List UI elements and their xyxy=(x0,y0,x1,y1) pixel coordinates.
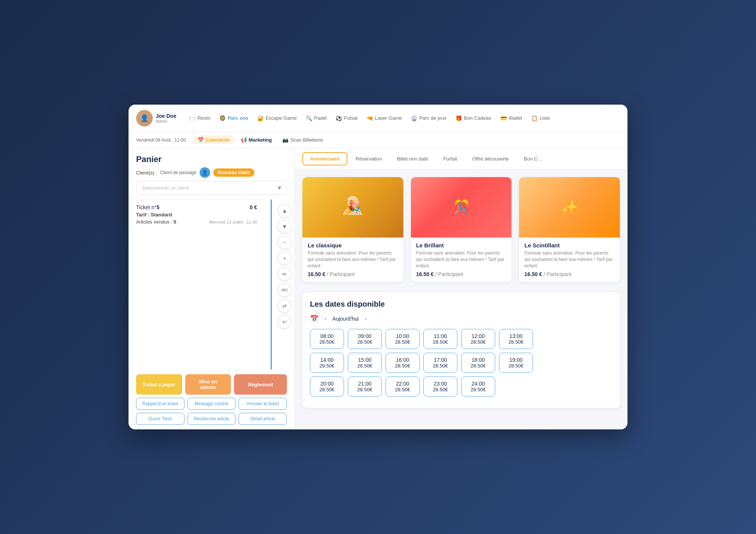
tab-bon[interactable]: Bon C… xyxy=(517,153,549,165)
scroll-down-button[interactable]: ▼ xyxy=(278,220,291,233)
back-button[interactable]: ↩ xyxy=(278,315,291,329)
time-slot-1100[interactable]: 11:00 28.50€ xyxy=(423,329,457,349)
ticket-articles-row: Articles vendus : 0 Mercredi 13 Juillet … xyxy=(136,219,257,225)
time-slot-0900[interactable]: 09:00 28.50€ xyxy=(348,329,382,349)
offer-brillant-title: Le Brillant xyxy=(416,242,507,248)
offers-row: 🎉 Le classique Formule sans animation. P… xyxy=(302,177,620,282)
time-slot-1600[interactable]: 16:00 28.50€ xyxy=(386,353,420,373)
time-slot-2300[interactable]: 23:00 28.50€ xyxy=(423,377,457,397)
reglement-button[interactable]: Règlement xyxy=(234,374,287,395)
time-slot-1300[interactable]: 13:00 28.50€ xyxy=(499,329,533,349)
right-panel: Anniversaire Réservation Billet non daté… xyxy=(295,148,627,429)
parc-jeux-icon: 🎡 xyxy=(411,115,417,121)
tab-forfait[interactable]: Forfait xyxy=(437,153,464,165)
ticket-number: Ticket n°5 xyxy=(136,204,160,210)
time-slot-2400[interactable]: 24:00 28.50€ xyxy=(461,377,495,397)
time-slot-2100[interactable]: 21:00 28.50€ xyxy=(348,377,382,397)
plus-button[interactable]: + xyxy=(278,252,291,265)
nav-scan-billetterie[interactable]: 📷 Scan Billetterie xyxy=(278,136,328,144)
time-slot-2200[interactable]: 22:00 28.50€ xyxy=(386,377,420,397)
time-slot-1200[interactable]: 12:00 28.50€ xyxy=(461,329,495,349)
offer-scintillant-title: Le Scintillant xyxy=(524,242,615,248)
next-date-button[interactable]: › xyxy=(365,315,367,322)
niv-button[interactable]: NIV xyxy=(278,283,291,297)
nav-item-futsal[interactable]: ⚽ Futsal xyxy=(332,113,361,123)
marketing-icon: 📢 xyxy=(241,137,247,143)
tabs-bar: Anniversaire Réservation Billet non daté… xyxy=(295,148,627,170)
ticket-actions-area: Ticket n°5 0 € Tarif : Standard Articles… xyxy=(129,199,294,370)
nouveau-client-button[interactable]: Nouveau client xyxy=(213,168,254,177)
mise-en-attente-button[interactable]: Mise en attente xyxy=(185,374,231,395)
nav-item-resto[interactable]: 🍽️ Resto xyxy=(185,113,214,123)
nav-calendrier[interactable]: 📅 Calendrier xyxy=(193,136,234,144)
time-slot-1400[interactable]: 14:00 28.50€ xyxy=(310,353,344,373)
ticket-payer-button[interactable]: Ticket a payer xyxy=(136,374,182,395)
offer-card-classique-img: 🎉 xyxy=(302,177,403,238)
time-slots-row-2: 14:00 28.50€ 15:00 28.50€ 16:00 28.50€ xyxy=(310,353,612,373)
offer-scintillant-price: 16.50 € / Participant xyxy=(524,271,615,277)
time-slot-1800[interactable]: 18:00 28.50€ xyxy=(461,353,495,373)
client-label: Client(s) : Client de passage 👤 Nouveau … xyxy=(136,167,287,178)
ticket-articles: Articles vendus : 0 xyxy=(136,219,176,225)
message-cuisine-button[interactable]: Message cuisine xyxy=(187,398,236,410)
scroll-up-button[interactable]: ▲ xyxy=(278,204,291,218)
offer-classique-title: Le classique xyxy=(308,242,398,248)
rappel-ticket-button[interactable]: Rappel d'un ticket xyxy=(136,398,184,410)
nav-item-parc-zoo[interactable]: 🦁 Parc zoo xyxy=(215,113,252,123)
time-slot-1700[interactable]: 17:00 28.50€ xyxy=(423,353,457,373)
offer-card-classique[interactable]: 🎉 Le classique Formule sans animation. P… xyxy=(302,177,403,282)
nav-item-liste[interactable]: 📋 Liste xyxy=(527,113,553,123)
ouvrir-tiroir-button[interactable]: Ouvrir Tiroir xyxy=(136,413,184,425)
time-slot-0800[interactable]: 08:00 28.50€ xyxy=(310,329,344,349)
offer-classique-price: 16.50 € / Participant xyxy=(308,271,398,277)
annuler-ticket-button[interactable]: Annuler le ticket xyxy=(239,398,287,410)
tab-billet-non-date[interactable]: Billet non daté xyxy=(390,153,435,165)
vertical-divider xyxy=(271,199,272,370)
tab-offre-decouverte[interactable]: Offre découverte xyxy=(465,153,516,165)
user-role: Admin xyxy=(156,119,176,123)
recherche-article-button[interactable]: Recherche article xyxy=(187,413,236,425)
offer-card-scintillant-body: Le Scintillant Formule sans animation. P… xyxy=(519,238,620,282)
offer-brillant-desc: Formule sans animation. Pour les parents… xyxy=(416,250,507,269)
nav-item-escape-game[interactable]: 🔐 Escape Game xyxy=(254,113,301,123)
ticket-date: Mercredi 13 Juillet - 11:30 xyxy=(209,220,257,224)
nav-item-padel[interactable]: 🔍 Padel xyxy=(302,113,330,123)
offer-card-brillant[interactable]: 🎊 Le Brillant Formule sans animation. Po… xyxy=(411,177,512,282)
dates-section: Les dates disponible 📅 ‹ Aujourd'hui › 0… xyxy=(302,292,620,408)
swap-button[interactable]: ⇄ xyxy=(278,299,291,313)
client-select[interactable]: Sélectionner un client xyxy=(136,181,287,195)
offer-card-scintillant-img: ✨ xyxy=(519,177,620,238)
second-nav: Vendredi 08 Août , 11:00 📅 Calendrier 📢 … xyxy=(129,132,627,148)
prev-date-button[interactable]: ‹ xyxy=(324,315,326,322)
calendar-icon: 📅 xyxy=(310,315,318,323)
nav-marketing[interactable]: 📢 Marketing xyxy=(236,136,276,144)
liste-icon: 📋 xyxy=(531,115,538,121)
nav-item-parc-de-jeux[interactable]: 🎡 Parc de jeux xyxy=(407,113,450,123)
tab-reservation[interactable]: Réservation xyxy=(349,153,389,165)
time-slot-1500[interactable]: 15:00 28.50€ xyxy=(348,353,382,373)
user-info: Joe Doe Admin xyxy=(156,113,176,123)
resto-icon: 🍽️ xyxy=(189,115,195,121)
time-slot-1900[interactable]: 19:00 28.50€ xyxy=(499,353,533,373)
edit-button[interactable]: ✏ xyxy=(278,267,291,281)
time-slots-row-3: 20:00 28.50€ 21:00 28.50€ 22:00 28.50€ xyxy=(310,377,612,397)
scan-icon: 📷 xyxy=(282,137,288,143)
offer-card-brillant-img: 🎊 xyxy=(411,177,512,238)
offer-brillant-price: 16.50 € / Participant xyxy=(416,271,507,277)
bottom-row-2: Rappel d'un ticket Message cuisine Annul… xyxy=(136,398,287,410)
time-slot-1000[interactable]: 10:00 28.50€ xyxy=(386,329,420,349)
nav-item-wallet[interactable]: 💳 Wallet xyxy=(497,113,526,123)
time-slot-2000[interactable]: 20:00 28.50€ xyxy=(310,377,344,397)
tab-anniversaire[interactable]: Anniversaire xyxy=(302,152,347,165)
ticket-price: 0 € xyxy=(250,204,257,210)
offer-card-brillant-body: Le Brillant Formule sans animation. Pour… xyxy=(411,238,512,282)
minus-button[interactable]: − xyxy=(278,236,291,249)
wallet-icon: 💳 xyxy=(500,115,507,121)
nav-item-bon-cadeau[interactable]: 🎁 Bon Cadeau xyxy=(452,113,495,123)
nav-item-laser-game[interactable]: 🔫 Laser Game xyxy=(363,113,406,123)
offer-card-scintillant[interactable]: ✨ Le Scintillant Formule sans animation.… xyxy=(519,177,620,282)
calendrier-icon: 📅 xyxy=(198,137,204,143)
detail-article-button[interactable]: Détail article xyxy=(239,413,287,425)
client-de-passage-label: Client de passage xyxy=(160,170,197,175)
datetime-display: Vendredi 08 Août , 11:00 xyxy=(136,137,186,143)
